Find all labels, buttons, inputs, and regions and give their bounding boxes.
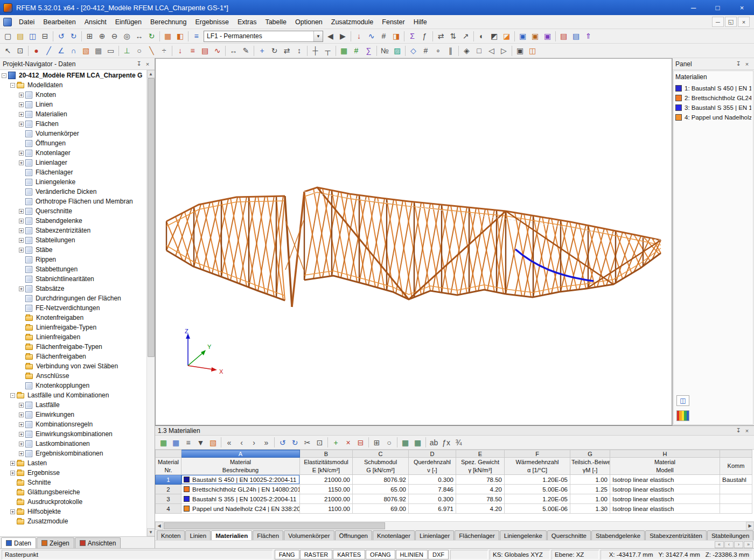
tree-item-linienfreigabe-typen[interactable]: +Linienfreigabe-Typen <box>0 323 146 332</box>
tree-item-stabendgelenke[interactable]: +Stabendgelenke <box>0 216 146 226</box>
tree-item-verbindung-von-zwei-stäben[interactable]: +Verbindung von zwei Stäben <box>0 361 146 371</box>
next-load-case-icon[interactable]: ▶ <box>337 30 349 43</box>
new-hinge-icon[interactable]: ○ <box>133 45 145 57</box>
value-cell[interactable]: 65.00 <box>353 485 409 494</box>
table-redo-icon[interactable]: ↻ <box>289 436 301 449</box>
column-letter-E[interactable]: E <box>456 450 505 458</box>
numbering-icon[interactable]: № <box>379 45 391 57</box>
table-color-scale-icon[interactable]: ▧ <box>207 436 219 449</box>
table-cut-icon[interactable]: ✂ <box>301 436 313 449</box>
navigator-tab-ansichten[interactable]: Ansichten <box>75 537 121 548</box>
tabs-next-icon[interactable]: › <box>734 541 743 548</box>
result-values-icon[interactable]: # <box>378 30 390 43</box>
tree-expander-icon[interactable]: + <box>19 451 24 456</box>
table-last-row-icon[interactable]: » <box>260 436 273 449</box>
tree-item-ergebnisse[interactable]: +Ergebnisse <box>0 468 146 478</box>
tabs-last-icon[interactable]: » <box>744 541 753 548</box>
calculate-all-icon[interactable]: ∑ <box>362 45 375 57</box>
table-tab-liniengelenke[interactable]: Liniengelenke <box>500 530 547 540</box>
module-holz-icon[interactable]: ▣ <box>529 30 541 43</box>
tabs-prev-icon[interactable]: ‹ <box>724 541 734 548</box>
move-copy-icon[interactable]: ⇄ <box>435 30 447 43</box>
result-panel-icon[interactable]: ◨ <box>390 30 402 43</box>
menu-fenster[interactable]: Fenster <box>378 16 409 28</box>
tree-item-veränderliche-dicken[interactable]: +Veränderliche Dicken <box>0 187 146 197</box>
navigator-pin-icon[interactable]: ↧ <box>135 60 143 68</box>
tree-item-linienlager[interactable]: +Linienlager <box>0 158 146 167</box>
table-delete-row-icon[interactable]: × <box>342 436 354 449</box>
material-model-cell[interactable]: Isotrop linear elastisch <box>610 485 720 494</box>
value-cell[interactable]: 5.00E-06 <box>505 504 570 514</box>
table-first-row-icon[interactable]: « <box>223 436 235 449</box>
tree-item-stabbettungen[interactable]: +Stabbettungen <box>0 264 146 274</box>
tree-item-einwirkungskombinationen[interactable]: +Einwirkungskombinationen <box>0 429 146 439</box>
open-file-icon[interactable]: ▤ <box>14 30 26 43</box>
tree-expander-icon[interactable]: + <box>19 432 24 437</box>
panel-material-item[interactable]: 4: Pappel und Nadelholz <box>675 113 751 122</box>
scrollbar-track[interactable] <box>147 78 155 528</box>
table-edit-mode-icon[interactable]: ▦ <box>170 436 182 449</box>
previous-load-case-icon[interactable]: ◀ <box>324 30 337 43</box>
comment-cell[interactable]: Baustahl <box>720 475 752 485</box>
tree-expander-icon[interactable]: + <box>19 93 24 97</box>
row-number-cell[interactable]: 2 <box>156 485 181 494</box>
panel-material-item[interactable]: 3: Baustahl S 355 | EN 1 <box>675 103 751 113</box>
scrollbar-thumb[interactable] <box>148 78 155 357</box>
line-load-icon[interactable]: ≡ <box>186 45 199 57</box>
table-tab-flächen[interactable]: Flächen <box>253 530 283 540</box>
tree-item-knoten[interactable]: +Knoten <box>0 90 146 100</box>
zoom-out-icon[interactable]: ⊖ <box>108 30 121 43</box>
navigator-scrollbar[interactable]: ▲ ▼ <box>146 70 155 536</box>
tree-item-flächenfreigaben[interactable]: +Flächenfreigaben <box>0 352 146 361</box>
tree-item-durchdringungen-der-flächen[interactable]: +Durchdringungen der Flächen <box>0 293 146 303</box>
table-select-rows-icon[interactable]: ⊞ <box>371 436 383 449</box>
menu-ergebnisse[interactable]: Ergebnisse <box>191 16 233 28</box>
tree-item-knotenlager[interactable]: +Knotenlager <box>0 148 146 158</box>
comment-icon[interactable]: ✎ <box>240 45 252 57</box>
new-surface-icon[interactable]: ▧ <box>80 45 92 57</box>
select-window-icon[interactable]: ⊡ <box>14 45 26 57</box>
value-cell[interactable]: 0.300 <box>409 494 456 504</box>
table-export-excel-icon[interactable]: ▦ <box>411 436 424 449</box>
value-cell[interactable]: 21000.00 <box>300 494 353 504</box>
divide-line-icon[interactable]: ┬ <box>322 45 334 57</box>
value-cell[interactable]: 1.20E-05 <box>505 494 570 504</box>
tree-item-stabsätze[interactable]: +Stabsätze <box>0 284 146 293</box>
next-view-icon[interactable]: ▷ <box>498 45 510 57</box>
split-view-icon[interactable]: ◫ <box>526 45 539 57</box>
redo-icon[interactable]: ↻ <box>67 30 80 43</box>
navigator-close-icon[interactable]: × <box>143 60 152 68</box>
tree-item-fe-netzverdichtungen[interactable]: +FE-Netzverdichtungen <box>0 303 146 313</box>
fe-mesh-icon[interactable]: ▦ <box>338 45 350 57</box>
comment-cell[interactable] <box>720 504 752 514</box>
value-cell[interactable]: 21000.00 <box>300 475 353 485</box>
mdi-close-icon[interactable]: × <box>738 17 750 27</box>
value-cell[interactable]: 4.20 <box>456 485 505 494</box>
tree-item-anschlüsse[interactable]: +Anschlüsse <box>0 371 146 381</box>
snap-icon[interactable]: ∘ <box>432 45 444 57</box>
material-model-cell[interactable]: Isotrop linear elastisch <box>610 504 720 514</box>
display-properties-icon[interactable]: ▨ <box>391 45 403 57</box>
tree-expander-icon[interactable]: + <box>19 228 24 233</box>
comment-cell[interactable] <box>720 485 752 494</box>
new-arc-icon[interactable]: ∩ <box>67 45 80 57</box>
tree-item-schnitte[interactable]: +Schnitte <box>0 478 146 487</box>
menu-zusatzmodule[interactable]: Zusatzmodule <box>327 16 378 28</box>
tree-expander-icon[interactable]: + <box>19 122 24 127</box>
load-case-list-icon[interactable]: ≡ <box>190 30 203 43</box>
tree-expander-icon[interactable]: + <box>19 403 24 408</box>
rendering-icon[interactable]: ◪ <box>500 30 513 43</box>
table-hierarchy-icon[interactable]: ≡ <box>182 436 194 449</box>
table-undo-icon[interactable]: ↺ <box>276 436 289 449</box>
value-cell[interactable]: 0.300 <box>409 475 456 485</box>
calculation-params-icon[interactable]: ƒ <box>418 30 431 43</box>
grid-icon[interactable]: # <box>420 45 432 57</box>
tabs-first-icon[interactable]: « <box>715 541 724 548</box>
value-cell[interactable]: 6.971 <box>409 504 456 514</box>
tree-item-stäbe[interactable]: +Stäbe <box>0 245 146 255</box>
new-support-icon[interactable]: ⊥ <box>121 45 133 57</box>
tree-item-linienfreigaben[interactable]: +Linienfreigaben <box>0 332 146 342</box>
tree-expander-icon[interactable]: + <box>19 151 24 156</box>
row-number-cell[interactable]: 4 <box>156 504 181 514</box>
table-view-mode-icon[interactable]: ▦ <box>157 436 170 449</box>
